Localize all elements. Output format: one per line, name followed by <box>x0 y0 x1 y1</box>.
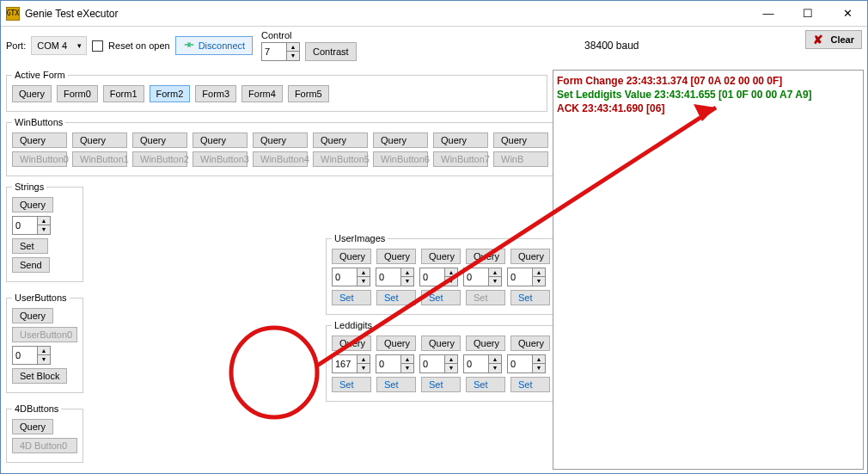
control-spinner[interactable]: ▲▼ <box>261 42 300 61</box>
reset-checkbox[interactable] <box>92 40 103 52</box>
maximize-button[interactable]: ☐ <box>788 1 828 26</box>
winbutton-7[interactable]: WinButton7 <box>433 151 488 167</box>
reset-label: Reset on open <box>108 40 170 51</box>
form-button-form4[interactable]: Form4 <box>241 85 283 102</box>
winbutton-query-8[interactable]: Query <box>493 132 548 148</box>
port-label: Port: <box>6 40 26 51</box>
userimages-input-0[interactable] <box>333 268 357 286</box>
userimages-spinner-4[interactable]: ▲▼ <box>507 268 546 286</box>
userimages-input-1[interactable] <box>376 268 400 286</box>
userimages-spinner-0[interactable]: ▲▼ <box>332 268 370 286</box>
form-button-form2[interactable]: Form2 <box>150 85 191 102</box>
leddigits-input-3[interactable] <box>464 355 488 372</box>
form-button-form3[interactable]: Form3 <box>195 85 236 102</box>
winbutton-query-3[interactable]: Query <box>193 132 248 148</box>
strings-spinner[interactable]: ▲▼ <box>12 216 51 235</box>
clear-button[interactable]: ✘ Clear <box>805 30 862 49</box>
winbutton-8[interactable]: WinB <box>493 151 548 167</box>
leddigits-set-2[interactable]: Set <box>421 377 461 392</box>
log-panel: Form Change 23:43:31.374 [07 0A 02 00 00… <box>553 70 864 470</box>
leddigits-query-1[interactable]: Query <box>376 335 416 351</box>
winbutton-query-6[interactable]: Query <box>373 132 428 148</box>
leddigits-set-4[interactable]: Set <box>510 377 550 392</box>
userimages-spinner-2[interactable]: ▲▼ <box>419 268 458 286</box>
leddigits-spinner-0[interactable]: ▲▼ <box>332 354 370 373</box>
setblock-button[interactable]: Set Block <box>12 368 67 384</box>
winbutton-query-1[interactable]: Query <box>72 132 127 148</box>
leddigits-set-0[interactable]: Set <box>332 377 371 392</box>
disconnect-button[interactable]: Disconnect <box>175 36 253 55</box>
userimages-input-3[interactable] <box>464 268 488 286</box>
leddigits-input-1[interactable] <box>376 355 400 372</box>
userimages-query-2[interactable]: Query <box>421 249 461 264</box>
userimages-set-4[interactable]: Set <box>510 290 550 305</box>
form-button-form1[interactable]: Form1 <box>103 85 144 102</box>
spin-down-icon[interactable]: ▼ <box>286 52 299 60</box>
strings-query-button[interactable]: Query <box>12 197 53 212</box>
userbutton0-button[interactable]: UserButton0 <box>12 327 77 342</box>
userimages-legend: UserImages <box>332 233 388 243</box>
leddigits-set-3[interactable]: Set <box>466 377 505 392</box>
userimages-query-4[interactable]: Query <box>510 249 550 264</box>
userimages-query-0[interactable]: Query <box>332 249 371 264</box>
leddigits-input-0[interactable] <box>333 355 357 372</box>
userbuttons-input[interactable] <box>13 347 37 364</box>
leddigits-input-4[interactable] <box>508 355 532 372</box>
strings-send-button[interactable]: Send <box>12 257 50 273</box>
winbutton-query-7[interactable]: Query <box>433 132 488 148</box>
userbuttons-query-button[interactable]: Query <box>12 308 53 323</box>
leddigits-query-3[interactable]: Query <box>466 335 505 351</box>
contrast-button[interactable]: Contrast <box>305 42 357 61</box>
strings-input[interactable] <box>13 217 37 234</box>
log-line: ACK 23:43:41.690 [06] <box>557 102 859 115</box>
winbutton-5[interactable]: WinButton5 <box>313 151 368 167</box>
userimages-input-2[interactable] <box>420 268 444 286</box>
winbutton-query-0[interactable]: Query <box>12 132 67 148</box>
chevron-down-icon: ▾ <box>72 41 86 50</box>
userimages-spinner-3[interactable]: ▲▼ <box>463 268 502 286</box>
leddigits-query-4[interactable]: Query <box>510 335 550 351</box>
control-input[interactable] <box>262 43 286 60</box>
spin-up-icon[interactable]: ▲ <box>286 43 299 52</box>
userimages-input-4[interactable] <box>508 268 532 286</box>
userimages-set-1[interactable]: Set <box>376 290 416 305</box>
form-button-query[interactable]: Query <box>12 85 52 102</box>
userimages-set-0[interactable]: Set <box>332 290 371 305</box>
winbuttons-legend: WinButtons <box>12 117 65 127</box>
winbutton-1[interactable]: WinButton1 <box>72 151 127 167</box>
leddigits-input-2[interactable] <box>420 355 444 372</box>
leddigits-spinner-3[interactable]: ▲▼ <box>463 354 502 373</box>
leddigits-legend: Leddigits <box>332 320 375 330</box>
winbutton-6[interactable]: WinButton6 <box>373 151 428 167</box>
leddigits-spinner-4[interactable]: ▲▼ <box>507 354 546 373</box>
form-button-form0[interactable]: Form0 <box>57 85 98 102</box>
4dbutton0-button[interactable]: 4D Button0 <box>12 438 77 453</box>
log-line: Set Leddigits Value 23:43:41.655 [01 0F … <box>557 88 859 102</box>
leddigits-group: Leddigits QueryQueryQueryQueryQuery ▲▼▲▼… <box>326 320 553 402</box>
winbutton-0[interactable]: WinButton0 <box>12 151 67 167</box>
toolbar: Port: COM 4 ▾ Reset on open Disconnect C… <box>1 27 867 70</box>
userimages-query-1[interactable]: Query <box>376 249 416 264</box>
winbutton-query-5[interactable]: Query <box>313 132 368 148</box>
userimages-set-3[interactable]: Set <box>466 290 505 305</box>
4dbuttons-query-button[interactable]: Query <box>12 419 53 434</box>
port-combo[interactable]: COM 4 ▾ <box>31 36 87 55</box>
leddigits-query-0[interactable]: Query <box>332 335 371 351</box>
userimages-query-3[interactable]: Query <box>466 249 505 264</box>
winbutton-query-2[interactable]: Query <box>132 132 187 148</box>
leddigits-set-1[interactable]: Set <box>376 377 416 392</box>
minimize-button[interactable]: — <box>749 1 788 26</box>
leddigits-spinner-1[interactable]: ▲▼ <box>376 354 414 373</box>
form-button-form5[interactable]: Form5 <box>288 85 329 102</box>
userbuttons-spinner[interactable]: ▲▼ <box>12 346 51 365</box>
winbutton-2[interactable]: WinButton2 <box>132 151 187 167</box>
strings-set-button[interactable]: Set <box>12 238 48 254</box>
close-button[interactable]: ✕ <box>828 1 867 26</box>
userimages-spinner-1[interactable]: ▲▼ <box>376 268 414 286</box>
winbutton-4[interactable]: WinButton4 <box>253 151 308 167</box>
winbutton-query-4[interactable]: Query <box>253 132 308 148</box>
leddigits-spinner-2[interactable]: ▲▼ <box>419 354 458 373</box>
userimages-set-2[interactable]: Set <box>421 290 461 305</box>
leddigits-query-2[interactable]: Query <box>421 335 461 351</box>
winbutton-3[interactable]: WinButton3 <box>193 151 248 167</box>
